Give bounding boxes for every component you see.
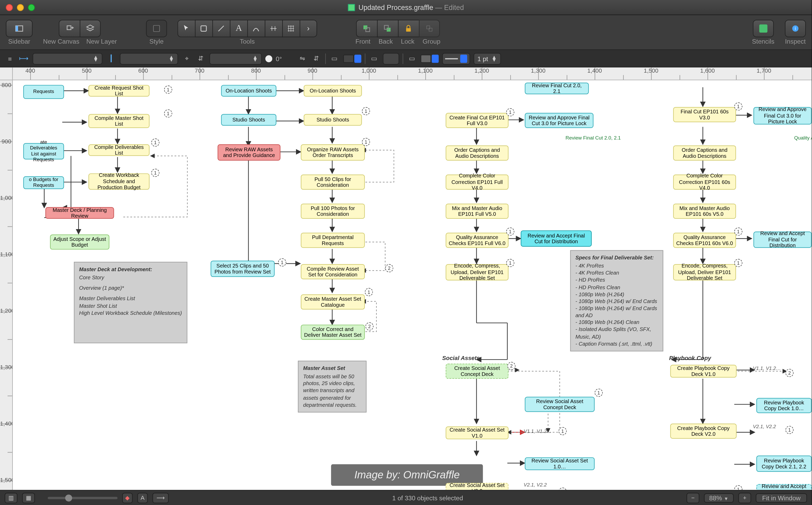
close-window-button[interactable] bbox=[6, 4, 13, 11]
ruler-horizontal[interactable]: 4005006007008009001,0001,1001,2001,3001,… bbox=[13, 67, 812, 80]
shape-tool[interactable] bbox=[195, 20, 212, 37]
flow-node-onloc1[interactable]: On-Location Shoots bbox=[221, 85, 277, 97]
text-color-icon[interactable]: ┃ bbox=[106, 53, 116, 64]
ruler-vertical[interactable]: 8009001,0001,1001,2001,3001,4001,5001,60… bbox=[0, 80, 13, 490]
fit-in-window-button[interactable]: Fit in Window bbox=[756, 493, 807, 502]
stroke-style-dropdown[interactable] bbox=[442, 53, 470, 64]
flow-node-encode[interactable]: Encode, Compress, Upload, Deliver EP101 … bbox=[446, 264, 509, 280]
flip-h-icon[interactable]: ⇋ bbox=[297, 53, 308, 64]
flow-node-budgets[interactable]: o Budgets for Requests bbox=[23, 176, 64, 189]
text-tool[interactable]: A bbox=[230, 20, 248, 37]
flow-node-approve-final-v3[interactable]: Review and Approve Final Cut 3.0 for Pic… bbox=[525, 113, 594, 128]
flow-node-studio1[interactable]: Studio Shoots bbox=[221, 114, 277, 126]
flow-node-mix-master-v5[interactable]: Mix and Master Audio EP101 Full V5.0 bbox=[446, 203, 509, 219]
flow-node-color-correct[interactable]: Color Correct and Deliver Master Asset S… bbox=[301, 325, 365, 340]
flow-node-social-v2[interactable]: Create Social Asset Set V2.0 bbox=[446, 483, 509, 490]
flow-node-onloc2[interactable]: On-Location Shoots bbox=[304, 85, 362, 97]
flow-node-review-social-1[interactable]: Review Social Asset Set 1.0… bbox=[525, 457, 595, 470]
flow-node-rev-finalcut-20[interactable]: Review Final Cut 2.0, 2.1 bbox=[525, 82, 589, 94]
flow-node-deliv-list[interactable]: ate Deliverables List against Requests bbox=[23, 143, 64, 159]
flow-node-review-playbook-21[interactable]: Review Playbook Copy Deck 2.1, 2.2 bbox=[756, 456, 812, 472]
flow-node-workback[interactable]: Create Workback Schedule and Production … bbox=[88, 173, 149, 190]
flow-node-playbook-v2[interactable]: Create Playbook Copy Deck V2.0 bbox=[670, 424, 737, 439]
stroke-none-icon[interactable]: ▭ bbox=[369, 53, 379, 64]
shadow-color-dropdown[interactable] bbox=[421, 54, 438, 62]
flow-node-color-60-v4[interactable]: Complete Color Correction EP101 60s V4.0 bbox=[673, 175, 736, 190]
flow-node-accept-playbook[interactable]: Review and Accept Playbook bbox=[756, 484, 812, 490]
flow-node-requests[interactable]: Requests bbox=[23, 85, 64, 99]
line-tool[interactable] bbox=[212, 20, 230, 37]
fill-none-icon[interactable]: ▭ bbox=[329, 53, 339, 64]
flow-node-review-social-concept[interactable]: Review Social Asset Concept Deck bbox=[525, 397, 595, 412]
fill-color-dropdown[interactable] bbox=[343, 54, 361, 62]
note-master-asset[interactable]: Master Asset Set Total assets will be 50… bbox=[298, 361, 366, 412]
flip-v-icon[interactable]: ⇵ bbox=[311, 53, 321, 64]
flow-node-final-cut-60s[interactable]: Final Cut EP101 60s V3.0 bbox=[673, 107, 736, 122]
send-to-back-button[interactable] bbox=[377, 20, 398, 37]
group-button[interactable] bbox=[419, 20, 440, 37]
inspect-button[interactable]: i bbox=[785, 20, 806, 37]
flow-node-pulldept[interactable]: Pull Departmental Requests bbox=[301, 233, 365, 248]
columns-icon[interactable]: ≡ bbox=[5, 53, 15, 64]
flow-node-adjust[interactable]: Adjust Scope or Adjust Budget bbox=[50, 234, 110, 249]
flow-node-playbook-v1[interactable]: Create Playbook Copy Deck V1.0 bbox=[670, 365, 737, 377]
flow-node-accept-60[interactable]: Review and Accept Final Cut for Distribu… bbox=[754, 231, 812, 248]
bring-to-front-button[interactable] bbox=[356, 20, 377, 37]
grid-tool[interactable] bbox=[282, 20, 300, 37]
minimize-window-button[interactable] bbox=[17, 4, 24, 11]
new-canvas-button[interactable] bbox=[59, 20, 80, 37]
flow-node-accept-final[interactable]: Review and Accept Final Cut for Distribu… bbox=[521, 230, 592, 246]
sb-text-tool-icon[interactable]: A bbox=[137, 492, 148, 503]
vertical-align-icon[interactable]: ⇵ bbox=[195, 53, 206, 64]
flow-node-encode-60[interactable]: Encode, Compress, Upload, Deliver EP101 … bbox=[673, 264, 736, 280]
stroke-width-stepper[interactable]: 1 pt ▲▼ bbox=[473, 53, 501, 64]
stroke-color-swatch[interactable] bbox=[382, 53, 399, 64]
selection-tool[interactable] bbox=[177, 20, 195, 37]
flow-node-create-req-shot[interactable]: Create Request Shot List bbox=[88, 85, 149, 97]
lock-button[interactable] bbox=[398, 20, 419, 37]
flow-node-qa-60-v6[interactable]: Quality Assurance Checks EP101 60s V6.0 bbox=[673, 233, 736, 248]
ruler-origin[interactable] bbox=[0, 67, 13, 80]
flow-node-mix-60-v5[interactable]: Mix and Master Audio EP101 60s V5.0 bbox=[673, 203, 736, 219]
flow-node-compile-deliv[interactable]: Compile Deliverables List bbox=[88, 144, 149, 156]
tool-overflow[interactable]: › bbox=[300, 20, 317, 37]
flow-node-review-raw[interactable]: Review RAW Assets and Provide Guidance bbox=[218, 144, 281, 160]
flow-node-color-corr-v4[interactable]: Complete Color Correction EP101 Full V4.… bbox=[446, 175, 509, 190]
flow-node-compile-review-set[interactable]: Compile Review Asset Set for Considerati… bbox=[301, 264, 365, 279]
flow-node-compile-master-shot[interactable]: Compile Master Shot List bbox=[88, 114, 149, 128]
align-focus-icon[interactable]: ⌖ bbox=[182, 53, 192, 64]
stencils-button[interactable] bbox=[753, 20, 774, 37]
zoom-window-button[interactable] bbox=[28, 4, 35, 11]
sb-stop-icon[interactable]: ◆ bbox=[122, 492, 133, 503]
note-specs[interactable]: Specs for Final Deliverable Set: - 4K Pr… bbox=[570, 250, 663, 351]
flow-node-select25[interactable]: Select 25 Clips and 50 Photos from Revie… bbox=[210, 261, 275, 277]
zoom-out-button[interactable]: − bbox=[687, 492, 699, 503]
text-color-swatch[interactable] bbox=[265, 55, 272, 62]
zoom-in-button[interactable]: + bbox=[738, 492, 751, 503]
flow-node-pull50[interactable]: Pull 50 Clips for Consideration bbox=[301, 175, 365, 190]
shadow-none-icon[interactable]: ▭ bbox=[407, 53, 417, 64]
sidebar-toggle-button[interactable] bbox=[6, 20, 32, 37]
flow-node-organize-raw[interactable]: Organize RAW Assets Order Transcripts bbox=[301, 144, 365, 160]
font-style-select[interactable]: ▲▼ bbox=[120, 53, 178, 64]
sb-layers-toggle[interactable]: ▦ bbox=[22, 492, 35, 503]
point-edit-tool[interactable] bbox=[265, 20, 282, 37]
flow-node-studio2[interactable]: Studio Shoots bbox=[304, 114, 362, 126]
sb-connector-icon[interactable]: ⟶ bbox=[152, 492, 169, 503]
flow-node-approve-60s[interactable]: Review and Approve Final Cut 3.0 for Pic… bbox=[754, 107, 812, 125]
font-family-select[interactable]: ▲▼ bbox=[33, 53, 103, 64]
flow-node-social-v1[interactable]: Create Social Asset Set V1.0 bbox=[446, 427, 509, 439]
pen-tool[interactable] bbox=[247, 20, 265, 37]
flow-node-order-captions[interactable]: Order Captions and Audio Descriptions bbox=[446, 146, 509, 161]
sb-layout-toggle[interactable]: ▥ bbox=[5, 492, 17, 503]
sb-zoom-slider[interactable] bbox=[48, 497, 118, 499]
flow-node-pull100[interactable]: Pull 100 Photos for Consideration bbox=[301, 203, 365, 219]
new-layer-button[interactable] bbox=[80, 20, 101, 37]
style-picker-button[interactable] bbox=[146, 20, 167, 37]
flow-node-review-playbook-1[interactable]: Review Playbook Copy Deck 1.0… bbox=[756, 398, 812, 413]
flow-node-order-captions-60[interactable]: Order Captions and Audio Descriptions bbox=[673, 146, 736, 161]
flow-node-qa-v6[interactable]: Quality Assurance Checks EP101 Full V6.0 bbox=[446, 233, 509, 248]
flow-node-master-deck-review[interactable]: Master Deck / Planning Review bbox=[45, 207, 114, 219]
font-size-select[interactable]: ▲▼ bbox=[209, 53, 262, 64]
flow-node-create-final-v3[interactable]: Create Final Cut EP101 Full V3.0 bbox=[446, 113, 509, 128]
